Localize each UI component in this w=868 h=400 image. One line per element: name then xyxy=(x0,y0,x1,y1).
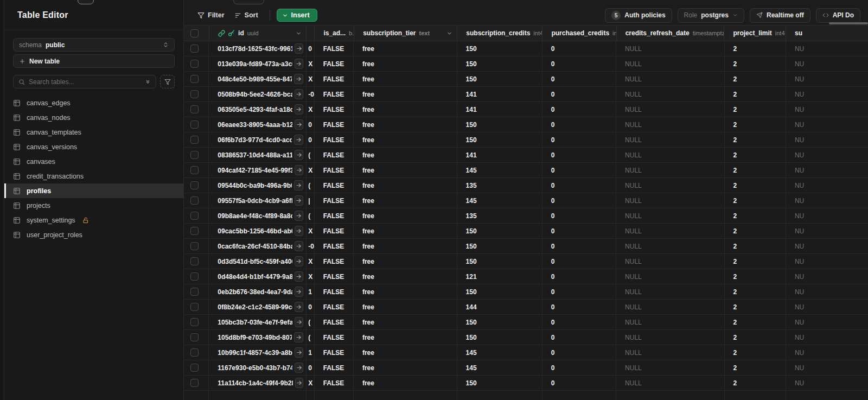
cell-purchased-credits[interactable]: 0 xyxy=(542,193,616,208)
table-row[interactable]: 06f6b7d3-977d-4cd0-acd4-4a78... 0 FALSE … xyxy=(184,132,868,148)
cell-subscription-credits[interactable]: 145 xyxy=(457,360,542,375)
expand-row-button[interactable] xyxy=(295,195,304,206)
cell-project-limit[interactable]: 2 xyxy=(725,87,786,101)
cell-su-clipped[interactable]: NU xyxy=(786,284,868,299)
cell-clipped-column[interactable]: ( xyxy=(307,208,315,223)
row-checkbox[interactable] xyxy=(190,257,199,265)
select-all-checkbox[interactable] xyxy=(190,29,199,37)
cell-clipped-column[interactable]: X xyxy=(307,254,315,269)
cell-su-clipped[interactable]: NU xyxy=(786,148,868,162)
cell-id[interactable]: 048c4e50-b989-455e-847e-fb2f... xyxy=(209,72,307,86)
cell-id[interactable]: 09557f5a-0dcb-4cb9-a6fb-fff366... xyxy=(209,193,307,208)
cell-id[interactable]: 10b99c1f-4857-4c39-a8b1-263b8... xyxy=(209,345,307,360)
cell-credits-refresh-date[interactable]: NULL xyxy=(616,300,724,314)
cell-id[interactable]: 0eb2b676-38ed-4ea7-9dad-38e6... xyxy=(209,284,307,299)
cell-subscription-tier[interactable]: free xyxy=(354,72,457,86)
cell-clipped-column[interactable]: -0 xyxy=(307,239,315,253)
cell-su-clipped[interactable]: NU xyxy=(786,117,868,132)
column-header[interactable]: is_ad... b... xyxy=(315,26,354,41)
row-checkbox[interactable] xyxy=(190,60,199,68)
expand-row-button[interactable] xyxy=(295,271,304,282)
cell-subscription-tier[interactable]: free xyxy=(354,360,457,375)
cell-id[interactable]: 0d48e4d4-b1bf-4479-9a8b-4a4b... xyxy=(209,269,307,284)
cell-project-limit[interactable]: 2 xyxy=(725,239,786,253)
cell-id[interactable]: 1167e930-e5b0-43b7-b74c-788c9... xyxy=(209,360,307,375)
cell-clipped-column[interactable]: 0 xyxy=(307,360,315,375)
cell-is-admin[interactable]: FALSE xyxy=(315,376,354,390)
cell-subscription-tier[interactable]: free xyxy=(354,315,457,329)
row-checkbox[interactable] xyxy=(190,196,199,205)
cell-subscription-credits[interactable]: 145 xyxy=(457,163,542,177)
cell-purchased-credits[interactable]: 0 xyxy=(542,148,616,162)
cell-clipped-column[interactable]: X xyxy=(307,163,315,177)
cell-purchased-credits[interactable]: 0 xyxy=(542,284,616,299)
cell-subscription-tier[interactable]: free xyxy=(354,41,457,56)
chevrons-down-icon[interactable] xyxy=(145,79,151,85)
cell-su-clipped[interactable]: NU xyxy=(786,41,868,56)
cell-clipped-column[interactable]: 0 xyxy=(307,117,315,132)
cell-project-limit[interactable] xyxy=(725,391,786,400)
auth-policies-button[interactable]: 5 Auth policies xyxy=(605,8,672,23)
table-row[interactable]: 0d3d541d-bf5c-459f-a406-16b93... X FALSE… xyxy=(184,254,868,269)
cell-id[interactable]: 0d3d541d-bf5c-459f-a406-16b93... xyxy=(209,254,307,269)
cell-su-clipped[interactable]: NU xyxy=(786,72,868,86)
cell-is-admin[interactable]: FALSE xyxy=(315,208,354,223)
table-row[interactable]: 0eb2b676-38ed-4ea7-9dad-38e6... 1 FALSE … xyxy=(184,284,868,300)
cell-id[interactable]: 08386537-10d4-488a-a11e-eb5a6... xyxy=(209,148,307,162)
table-row[interactable]: 11a114cb-1a4c-49f4-9b28-52219ec... X FAL… xyxy=(184,376,868,391)
cell-purchased-credits[interactable]: 0 xyxy=(542,208,616,223)
cell-is-admin[interactable]: FALSE xyxy=(315,284,354,299)
cell-clipped-column[interactable]: | xyxy=(307,193,315,208)
cell-purchased-credits[interactable]: 0 xyxy=(542,254,616,269)
cell-is-admin[interactable]: FALSE xyxy=(315,72,354,86)
cell-id[interactable]: 09544b0c-ba9b-496a-9b09-244... xyxy=(209,178,307,193)
cell-purchased-credits[interactable]: 0 xyxy=(542,300,616,314)
cell-clipped-column[interactable]: X xyxy=(307,56,315,71)
sidebar-table-item[interactable]: canvas_edges xyxy=(4,96,183,110)
cell-id[interactable]: 0508b94b-5ee2-4626-bca1-4bca... xyxy=(209,87,307,101)
cell-credits-refresh-date[interactable]: NULL xyxy=(616,239,724,253)
column-header[interactable] xyxy=(307,26,315,41)
cell-subscription-tier[interactable]: free xyxy=(354,148,457,162)
row-checkbox[interactable] xyxy=(190,288,199,296)
cell-su-clipped[interactable]: NU xyxy=(786,163,868,177)
cell-id[interactable]: 06f6b7d3-977d-4cd0-acd4-4a78... xyxy=(209,132,307,147)
filter-button[interactable]: Filter xyxy=(193,9,229,21)
column-header[interactable]: subscription_tier text xyxy=(354,26,457,41)
cell-clipped-column[interactable] xyxy=(307,391,315,400)
cell-purchased-credits[interactable]: 0 xyxy=(542,132,616,147)
cell-purchased-credits[interactable]: 0 xyxy=(542,239,616,253)
cell-purchased-credits[interactable]: 0 xyxy=(542,376,616,390)
cell-su-clipped[interactable]: NU xyxy=(786,360,868,375)
cell-credits-refresh-date[interactable]: NULL xyxy=(616,56,724,71)
cell-subscription-tier[interactable]: free xyxy=(354,208,457,223)
cell-subscription-tier[interactable]: free xyxy=(354,345,457,360)
table-row[interactable]: 06eaee33-8905-4aaa-b121-ab552... 0 FALSE… xyxy=(184,117,868,132)
expand-row-button[interactable] xyxy=(295,256,303,266)
cell-credits-refresh-date[interactable]: NULL xyxy=(616,330,724,345)
realtime-toggle-button[interactable]: Realtime off xyxy=(750,8,810,23)
cell-project-limit[interactable]: 2 xyxy=(725,132,786,147)
schema-select[interactable]: schema public xyxy=(13,38,175,52)
cell-su-clipped[interactable]: NU xyxy=(786,178,868,193)
cell-clipped-column[interactable]: ( xyxy=(307,330,315,345)
cell-project-limit[interactable]: 2 xyxy=(725,102,786,117)
cell-credits-refresh-date[interactable]: NULL xyxy=(616,376,724,390)
cell-credits-refresh-date[interactable]: NULL xyxy=(616,87,724,101)
row-checkbox[interactable] xyxy=(190,227,199,235)
cell-is-admin[interactable]: FALSE xyxy=(315,178,354,193)
sidebar-table-item[interactable]: canvas_templates xyxy=(4,125,183,139)
cell-project-limit[interactable]: 2 xyxy=(725,117,786,132)
cell-purchased-credits[interactable]: 0 xyxy=(542,315,616,329)
expand-row-button[interactable] xyxy=(295,302,303,312)
cell-id[interactable]: 105bc3b7-03fe-4e7f-9efa-21bb40... xyxy=(209,315,307,329)
expand-row-button[interactable] xyxy=(295,165,303,175)
cell-credits-refresh-date[interactable]: NULL xyxy=(616,72,724,86)
cell-subscription-tier[interactable]: free xyxy=(354,284,457,299)
expand-row-button[interactable] xyxy=(295,347,303,358)
row-checkbox[interactable] xyxy=(190,242,199,250)
cell-purchased-credits[interactable]: 0 xyxy=(542,56,616,71)
cell-subscription-tier[interactable]: free xyxy=(354,117,457,132)
chevron-down-icon[interactable] xyxy=(296,30,302,36)
cell-clipped-column[interactable]: ( xyxy=(307,148,315,162)
